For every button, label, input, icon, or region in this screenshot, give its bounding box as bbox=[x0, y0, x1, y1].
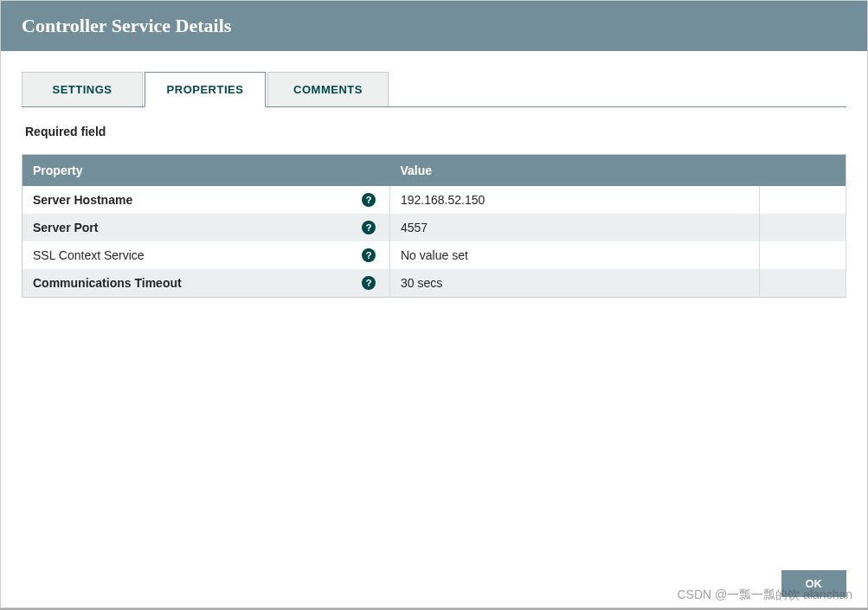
property-value: No value set bbox=[390, 241, 760, 269]
property-name: SSL Context Service bbox=[33, 248, 145, 262]
tab-comments[interactable]: COMMENTS bbox=[267, 72, 389, 106]
table-header-row: Property Value bbox=[23, 155, 846, 187]
column-header-actions bbox=[760, 155, 846, 187]
ok-button[interactable]: OK bbox=[781, 570, 847, 597]
table-row[interactable]: SSL Context Service ? No value set bbox=[23, 241, 846, 269]
table-row[interactable]: Communications Timeout ? 30 secs bbox=[23, 269, 846, 298]
help-icon[interactable]: ? bbox=[362, 248, 376, 262]
property-name: Server Port bbox=[33, 221, 98, 234]
property-value: 4557 bbox=[390, 214, 760, 241]
dialog-title: Controller Service Details bbox=[1, 1, 867, 51]
property-actions bbox=[760, 241, 846, 269]
column-header-value: Value bbox=[390, 155, 760, 187]
property-value: 192.168.52.150 bbox=[390, 186, 760, 214]
dialog-footer: OK bbox=[22, 567, 846, 600]
help-icon[interactable]: ? bbox=[362, 221, 376, 234]
tabs: SETTINGS PROPERTIES COMMENTS bbox=[22, 72, 846, 107]
dialog-content: SETTINGS PROPERTIES COMMENTS Required fi… bbox=[1, 51, 867, 607]
property-name: Communications Timeout bbox=[33, 276, 182, 290]
properties-table: Property Value Server Hostname ? 19 bbox=[22, 154, 846, 298]
property-actions bbox=[760, 186, 846, 214]
tab-settings[interactable]: SETTINGS bbox=[22, 72, 143, 106]
controller-service-details-dialog: Controller Service Details SETTINGS PROP… bbox=[0, 0, 868, 608]
help-icon[interactable]: ? bbox=[362, 193, 376, 207]
property-value: 30 secs bbox=[390, 269, 760, 298]
property-actions bbox=[760, 269, 846, 298]
required-field-label: Required field bbox=[22, 125, 846, 138]
table-row[interactable]: Server Port ? 4557 bbox=[23, 214, 846, 241]
help-icon[interactable]: ? bbox=[362, 276, 376, 290]
properties-tab-panel: Required field Property Value bbox=[22, 107, 846, 567]
tab-properties[interactable]: PROPERTIES bbox=[145, 72, 266, 107]
property-name: Server Hostname bbox=[33, 193, 132, 207]
table-row[interactable]: Server Hostname ? 192.168.52.150 bbox=[23, 186, 846, 214]
property-actions bbox=[760, 214, 846, 241]
column-header-property: Property bbox=[23, 155, 390, 187]
